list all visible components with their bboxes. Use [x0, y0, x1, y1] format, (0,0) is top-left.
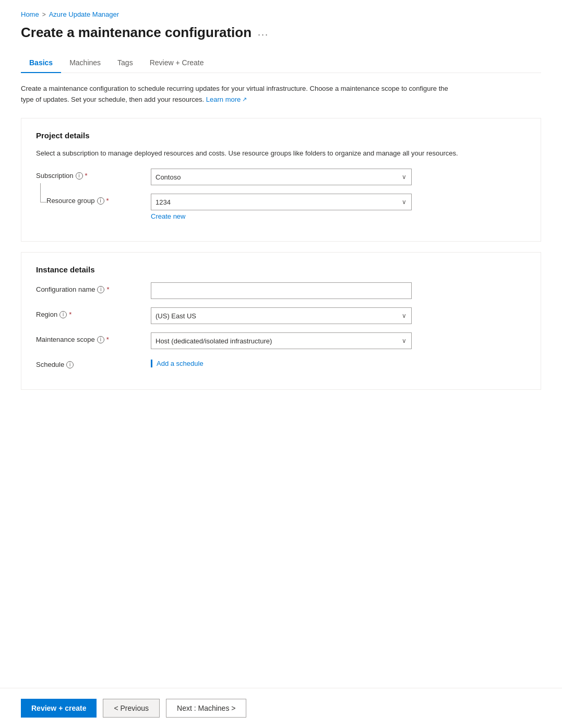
next-button[interactable]: Next : Machines >: [166, 699, 246, 718]
maintenance-scope-field: Host (dedicated/isolated infrastructure): [151, 332, 412, 349]
resource-group-select[interactable]: 1234: [151, 194, 412, 210]
page-title: Create a maintenance configuration: [21, 25, 252, 41]
region-select[interactable]: (US) East US: [151, 307, 412, 324]
region-info-icon[interactable]: i: [59, 311, 67, 318]
project-details-title: Project details: [36, 131, 526, 140]
subscription-row: Subscription i * Contoso: [36, 169, 526, 185]
external-link-icon: ↗: [242, 95, 247, 104]
maintenance-scope-row: Maintenance scope i * Host (dedicated/is…: [36, 332, 526, 349]
instance-details-title: Instance details: [36, 265, 526, 274]
resource-group-row: Resource group i * 1234 Create new: [36, 194, 526, 220]
breadcrumb-separator: >: [42, 11, 46, 18]
project-details-section: Project details Select a subscription to…: [21, 118, 541, 242]
maintenance-scope-required: *: [106, 336, 109, 343]
resource-group-info-icon[interactable]: i: [97, 197, 104, 205]
region-required: *: [69, 311, 71, 318]
schedule-field: Add a schedule: [151, 359, 412, 367]
create-new-resource-group-link[interactable]: Create new: [151, 212, 185, 220]
previous-button[interactable]: < Previous: [103, 699, 160, 718]
configuration-name-label: Configuration name i *: [36, 285, 151, 293]
subscription-select[interactable]: Contoso: [151, 169, 412, 185]
footer: Review + create < Previous Next : Machin…: [0, 688, 562, 728]
configuration-name-field: [151, 282, 412, 299]
breadcrumb-azure-update-manager[interactable]: Azure Update Manager: [49, 10, 119, 18]
configuration-name-input[interactable]: [151, 282, 412, 299]
configuration-name-required: *: [106, 285, 109, 293]
project-details-description: Select a subscription to manage deployed…: [36, 148, 526, 159]
maintenance-scope-select-wrapper: Host (dedicated/isolated infrastructure): [151, 332, 412, 349]
resource-group-field: 1234 Create new: [151, 194, 412, 220]
configuration-name-info-icon[interactable]: i: [97, 286, 104, 293]
tabs-container: Basics Machines Tags Review + Create: [21, 53, 541, 73]
resource-group-select-wrapper: 1234: [151, 194, 412, 210]
subscription-required: *: [85, 172, 88, 180]
tab-basics[interactable]: Basics: [21, 53, 61, 73]
tab-tags[interactable]: Tags: [109, 53, 141, 73]
learn-more-link[interactable]: Learn more ↗: [206, 94, 247, 105]
breadcrumb-home[interactable]: Home: [21, 10, 39, 18]
resource-group-label: Resource group i *: [46, 197, 151, 205]
resource-group-required: *: [106, 197, 109, 205]
tab-review-create[interactable]: Review + Create: [141, 53, 212, 73]
region-field: (US) East US: [151, 307, 412, 324]
subscription-label: Subscription i *: [36, 172, 151, 180]
subscription-select-wrapper: Contoso: [151, 169, 412, 185]
region-label: Region i *: [36, 311, 151, 318]
more-options-button[interactable]: ...: [258, 27, 269, 38]
maintenance-scope-select[interactable]: Host (dedicated/isolated infrastructure): [151, 332, 412, 349]
region-row: Region i * (US) East US: [36, 307, 526, 324]
add-schedule-link[interactable]: Add a schedule: [151, 360, 204, 367]
instance-details-section: Instance details Configuration name i *: [21, 252, 541, 390]
region-select-wrapper: (US) East US: [151, 307, 412, 324]
breadcrumb: Home > Azure Update Manager: [21, 10, 541, 18]
maintenance-scope-info-icon[interactable]: i: [97, 336, 104, 343]
schedule-label: Schedule i: [36, 361, 151, 368]
schedule-info-icon[interactable]: i: [66, 361, 74, 368]
subscription-info-icon[interactable]: i: [76, 172, 83, 180]
configuration-name-row: Configuration name i *: [36, 282, 526, 299]
review-create-button[interactable]: Review + create: [21, 699, 97, 718]
subscription-field: Contoso: [151, 169, 412, 185]
maintenance-scope-label: Maintenance scope i *: [36, 336, 151, 343]
page-header: Create a maintenance configuration ...: [21, 25, 541, 41]
tab-machines[interactable]: Machines: [61, 53, 109, 73]
page-description: Create a maintenance configuration to sc…: [21, 83, 449, 105]
schedule-row: Schedule i Add a schedule: [36, 357, 526, 368]
